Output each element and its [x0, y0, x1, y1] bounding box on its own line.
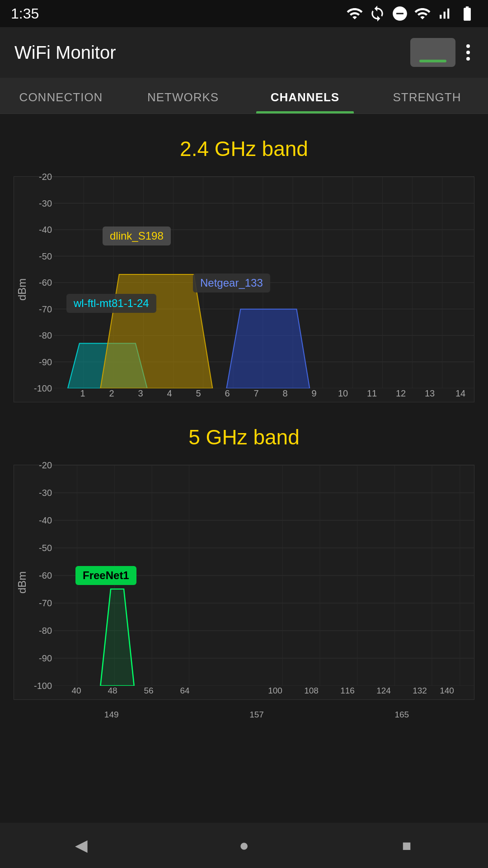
band24-chart: dBm -20 -30 -40 -50 -60 -70 -80 -90 -100 [14, 176, 474, 402]
status-bar: 1:35 [0, 0, 488, 27]
band5-chart: dBm -20 -30 -40 -50 -60 -70 -80 -90 -100 [14, 465, 474, 700]
band24-y-label: dBm [14, 177, 30, 402]
label-netgear: Netgear_133 [193, 274, 270, 292]
app-bar: WiFi Monitor [0, 27, 488, 78]
status-icons [346, 5, 477, 22]
screen-button[interactable] [410, 38, 455, 67]
wifi-signal-icon [346, 5, 363, 22]
label-dlink: dlink_S198 [103, 226, 171, 245]
dot2 [466, 51, 470, 54]
status-time: 1:35 [11, 5, 39, 22]
screen-btn-bar [419, 60, 446, 62]
home-icon: ● [239, 836, 249, 855]
band5-section: 5 GHz band dBm -20 -30 -40 -50 -60 -70 -… [0, 416, 488, 713]
tab-connection[interactable]: CONNECTION [0, 78, 122, 113]
tab-bar: CONNECTION NETWORKS CHANNELS STRENGTH [0, 78, 488, 114]
signal-bars-icon [436, 5, 452, 22]
back-icon: ◀ [75, 836, 88, 855]
main-content: 2.4 GHz band dBm -20 -30 -40 -50 -60 -70… [0, 114, 488, 720]
band5-chart-inner: -20 -30 -40 -50 -60 -70 -80 -90 -100 [30, 465, 474, 699]
label-freenet1: FreeNet1 [75, 566, 136, 585]
band24-section: 2.4 GHz band dBm -20 -30 -40 -50 -60 -70… [0, 123, 488, 416]
tab-networks[interactable]: NETWORKS [122, 78, 244, 113]
do-not-disturb-icon [391, 5, 408, 22]
band5-title: 5 GHz band [14, 420, 474, 454]
tab-strength[interactable]: STRENGTH [366, 78, 488, 113]
nav-back-button[interactable]: ◀ [54, 827, 108, 863]
app-title: WiFi Monitor [14, 42, 116, 63]
battery-icon [457, 5, 477, 22]
band5-x-extra: 149 157 165 [0, 710, 488, 720]
dot3 [466, 57, 470, 61]
sync-icon [369, 5, 386, 22]
network-freenet1-shape [100, 589, 134, 686]
tab-channels[interactable]: CHANNELS [244, 78, 366, 113]
nav-home-button[interactable]: ● [217, 827, 271, 863]
bottom-nav: ◀ ● ■ [0, 823, 488, 868]
band5-x-axis: 40 48 56 64 100 108 116 124 132 140 [54, 686, 474, 699]
more-options-button[interactable] [463, 41, 474, 64]
wifi-full-icon [414, 5, 431, 22]
band24-x-axis: 1 2 3 4 5 6 7 8 9 10 11 12 13 14 [54, 388, 474, 402]
nav-recents-button[interactable]: ■ [380, 827, 434, 863]
band5-y-label: dBm [14, 465, 30, 699]
band24-title: 2.4 GHz band [14, 132, 474, 165]
dot1 [466, 44, 470, 48]
network-netgear-shape [226, 309, 310, 388]
app-bar-actions [410, 38, 474, 67]
label-wl-ftl: wl-ftl-mt81-1-24 [66, 294, 156, 313]
recents-icon: ■ [402, 837, 412, 854]
band24-chart-inner: -20 -30 -40 -50 -60 -70 -80 -90 -100 [30, 177, 474, 402]
